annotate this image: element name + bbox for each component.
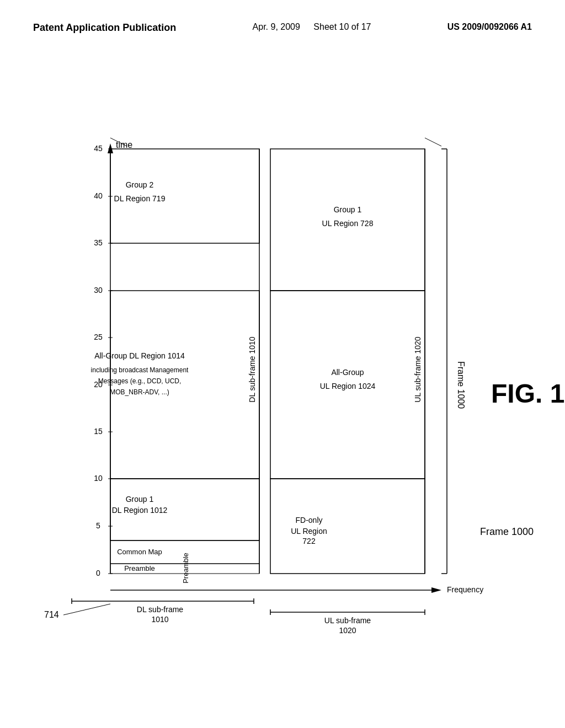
dl-subframe-bottom-label: DL sub-frame — [137, 605, 184, 614]
dl-subframe-bottom-num: 1010 — [151, 615, 168, 624]
label-714-line — [63, 604, 110, 615]
freq-axis-arrow — [431, 587, 441, 593]
tick-label-10: 10 — [94, 474, 103, 483]
all-group-ul-label: All-Group — [331, 368, 364, 377]
ul-region-722-label: UL Region — [291, 527, 327, 536]
tick-label-5: 5 — [96, 521, 100, 530]
ul-subframe-1020-label: UL sub-frame 1020 — [413, 336, 422, 403]
frame-1000-label: Frame 1000 — [456, 361, 466, 409]
ul-region-722 — [270, 479, 425, 574]
dl-region-719-label: DL Region 719 — [114, 194, 166, 203]
corner-mark-right — [425, 138, 441, 146]
ul-region-722-num: 722 — [302, 537, 316, 545]
group1-ul-label: Group 1 — [334, 205, 362, 214]
patent-diagram: FIG. 10 Frame 1000 time 0 5 10 15 20 25 … — [0, 61, 565, 728]
dl-subframe-1010-label: DL sub-frame 1010 — [248, 336, 257, 403]
tick-label-25: 25 — [94, 333, 103, 341]
dl-region-1012-group-label: Group 1 — [126, 495, 154, 504]
header-left: Patent Application Publication — [33, 22, 176, 34]
page-header: Patent Application Publication Apr. 9, 2… — [0, 0, 565, 34]
header-right: US 2009/0092066 A1 — [447, 22, 532, 32]
common-map-label: Common Map — [117, 548, 162, 556]
all-group-dl-1014-label: All-Group DL Region 1014 — [94, 351, 185, 360]
tick-label-0: 0 — [96, 569, 100, 577]
broadcast-label: including broadcast Management — [91, 366, 189, 374]
tick-label-40: 40 — [94, 191, 103, 200]
fd-only-label: FD-only — [295, 516, 322, 524]
tick-label-35: 35 — [94, 238, 103, 247]
ul-subframe-bottom-label: UL sub-frame — [324, 616, 371, 625]
ul-subframe-bottom-num: 1020 — [339, 626, 356, 635]
frame-label: Frame 1000 — [480, 526, 534, 537]
group2-label: Group 2 — [126, 180, 154, 189]
tick-label-45: 45 — [94, 144, 103, 153]
messages-label: Messages (e.g., DCD, UCD, — [98, 377, 182, 385]
dl-region-1012-label: DL Region 1012 — [112, 506, 168, 515]
tick-label-15: 15 — [94, 427, 103, 436]
label-714: 714 — [44, 610, 59, 619]
preamble-label: Preamble — [182, 553, 190, 584]
ul-region-728-label: UL Region 728 — [322, 219, 374, 228]
fig-label: FIG. 10 — [491, 379, 565, 408]
preamble-label2: Preamble — [124, 564, 155, 572]
freq-axis-label: Frequency — [447, 585, 483, 594]
tick-label-30: 30 — [94, 286, 103, 295]
header-center: Apr. 9, 2009 Sheet 10 of 17 — [253, 22, 371, 32]
ul-region-1024-label: UL Region 1024 — [320, 382, 376, 390]
mob-nbr-label: MOB_NBR-ADV, ...) — [110, 388, 169, 396]
